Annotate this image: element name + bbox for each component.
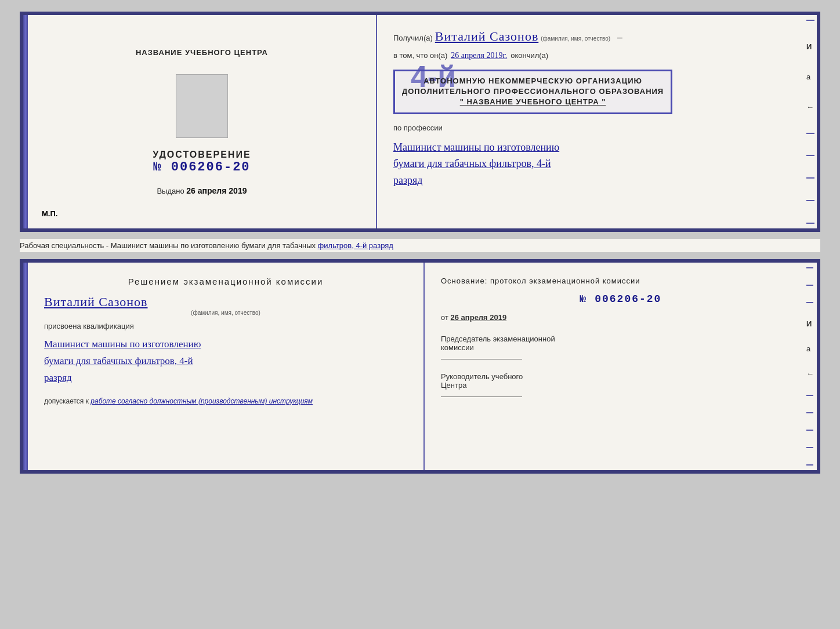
prof-line2: бумаги для табачных фильтров, 4-й	[393, 158, 551, 169]
deco-b-7	[806, 447, 813, 448]
a-label-bottom: а	[806, 344, 817, 353]
bottom-right-page: Основание: протокол экзаменационной коми…	[425, 263, 817, 470]
deco-b-6	[806, 430, 813, 431]
deco-b-5	[806, 412, 813, 413]
rukovoditel-block: Руководитель учебного Центра	[441, 372, 801, 397]
deco-b-1	[806, 267, 813, 268]
deco-dash-2	[806, 133, 814, 134]
book-spine-top	[23, 15, 28, 228]
right-decorations-top: И а ←	[806, 15, 817, 228]
i-label-bottom: И	[806, 319, 817, 328]
right-decorations-bottom: И а ←	[806, 263, 817, 470]
bottom-left-page: Решением экзаменационной комиссии Витали…	[28, 263, 425, 470]
poluchil-label: Получил(а)	[393, 34, 433, 42]
predsedatel-subtitle: комиссии	[441, 343, 801, 352]
bottom-fio-sublabel: (фамилия, имя, отчество)	[44, 310, 407, 316]
stamp-line1: АВТОНОМНУЮ НЕКОММЕРЧЕСКУЮ ОРГАНИЗАЦИЮ	[402, 76, 664, 86]
bottom-prof-line2: бумаги для табачных фильтров, 4-й	[44, 355, 193, 366]
osnov-label: Основание: протокол экзаменационной коми…	[441, 277, 801, 285]
predsedatel-block: Председатель экзаменационной комиссии	[441, 335, 801, 359]
rukovoditel-subtitle: Центра	[441, 381, 801, 390]
separator-text: Рабочая специальность - Машинист машины …	[20, 239, 820, 252]
dash-top: –	[617, 32, 622, 43]
prof-line3: разряд	[393, 174, 423, 186]
udostoverenie-title: УДОСТОВЕРЕНИЕ	[153, 150, 251, 160]
fio-sublabel-top: (фамилия, имя, отчество)	[541, 35, 610, 42]
deco-b-8	[806, 464, 813, 466]
poluchil-line: Получил(а) Виталий Сазонов (фамилия, имя…	[393, 29, 801, 44]
stamp-line3: " НАЗВАНИЕ УЧЕБНОГО ЦЕНТРА "	[402, 97, 664, 107]
predsedatel-signature	[441, 359, 522, 359]
top-right-page: Получил(а) Виталий Сазонов (фамилия, имя…	[377, 15, 817, 228]
vtom-label: в том, что он(а)	[393, 51, 447, 60]
bottom-name-block: Виталий Сазонов (фамилия, имя, отчество)	[44, 292, 407, 316]
rukovoditel-title: Руководитель учебного	[441, 372, 801, 381]
recipient-name: Виталий Сазонов	[435, 29, 538, 44]
deco-dash-4	[806, 177, 814, 179]
bottom-prof-line1: Машинист машины по изготовлению	[44, 339, 201, 350]
bottom-recipient-name: Виталий Сазонов	[44, 294, 407, 310]
top-left-page: НАЗВАНИЕ УЧЕБНОГО ЦЕНТРА УДОСТОВЕРЕНИЕ №…	[28, 15, 377, 228]
ot-date-value: 26 апреля 2019	[451, 313, 507, 322]
arrow-bottom: ←	[806, 369, 817, 378]
photo-placeholder	[176, 74, 228, 138]
top-certificate-book: НАЗВАНИЕ УЧЕБНОГО ЦЕНТРА УДОСТОВЕРЕНИЕ №…	[20, 12, 820, 232]
vtom-date: 26 апреля 2019г.	[451, 51, 507, 60]
a-label-top: а	[806, 72, 817, 81]
deco-b-2	[806, 285, 813, 286]
vydano-line: Выдано 26 апреля 2019	[157, 186, 247, 195]
dopuskaetsya-line: допускается к работе согласно должностны…	[44, 397, 407, 405]
dopusk-label: допускается к	[44, 397, 89, 405]
bottom-cert-number: № 006206-20	[441, 293, 801, 305]
ot-date-line: от 26 апреля 2019	[441, 313, 801, 322]
i-label-top: И	[806, 42, 817, 51]
ot-label: от	[441, 313, 448, 322]
predsedatel-title: Председатель экзаменационной	[441, 335, 801, 343]
rukovoditel-signature	[441, 397, 522, 397]
separator-main: Рабочая специальность - Машинист машины …	[20, 241, 318, 250]
bottom-profession: Машинист машины по изготовлению бумаги д…	[44, 336, 407, 387]
stamp-line2: ДОПОЛНИТЕЛЬНОГО ПРОФЕССИОНАЛЬНОГО ОБРАЗО…	[402, 86, 664, 97]
deco-dash-1	[806, 20, 814, 21]
document-container: НАЗВАНИЕ УЧЕБНОГО ЦЕНТРА УДОСТОВЕРЕНИЕ №…	[20, 12, 820, 474]
stamp-area: 4-й АВТОНОМНУЮ НЕКОММЕРЧЕСКУЮ ОРГАНИЗАЦИ…	[393, 70, 801, 114]
dopusk-value: работе согласно должностным (производств…	[90, 397, 313, 405]
prisvoena-label: присвоена квалификация	[44, 322, 407, 330]
arrow-top: ←	[806, 103, 817, 111]
cert-number-top: № 006206-20	[153, 160, 250, 174]
deco-dash-5	[806, 200, 814, 201]
profession-top: Машинист машины по изготовлению бумаги д…	[393, 139, 801, 189]
vydano-label: Выдано	[157, 187, 184, 195]
separator-underline: фильтров, 4-й разряд	[318, 241, 393, 250]
deco-b-3	[806, 302, 813, 303]
deco-b-4	[806, 395, 813, 396]
book-spine-bottom	[23, 263, 28, 470]
deco-dash-3	[806, 155, 814, 156]
reshen-title: Решением экзаменационной комиссии	[44, 277, 407, 286]
deco-dash-6	[806, 223, 814, 224]
bottom-prof-line3: разряд	[44, 372, 72, 383]
prof-line1: Машинист машины по изготовлению	[393, 141, 559, 153]
bottom-certificate-book: Решением экзаменационной комиссии Витали…	[20, 259, 820, 474]
vydano-date: 26 апреля 2019	[186, 186, 247, 195]
stamp-box: АВТОНОМНУЮ НЕКОММЕРЧЕСКУЮ ОРГАНИЗАЦИЮ ДО…	[393, 70, 672, 114]
okonchil-label: окончил(а)	[510, 51, 548, 60]
po-professii-label: по профессии	[393, 123, 801, 132]
mp-label: М.П.	[42, 209, 57, 218]
org-name-header: НАЗВАНИЕ УЧЕБНОГО ЦЕНТРА	[136, 48, 268, 57]
